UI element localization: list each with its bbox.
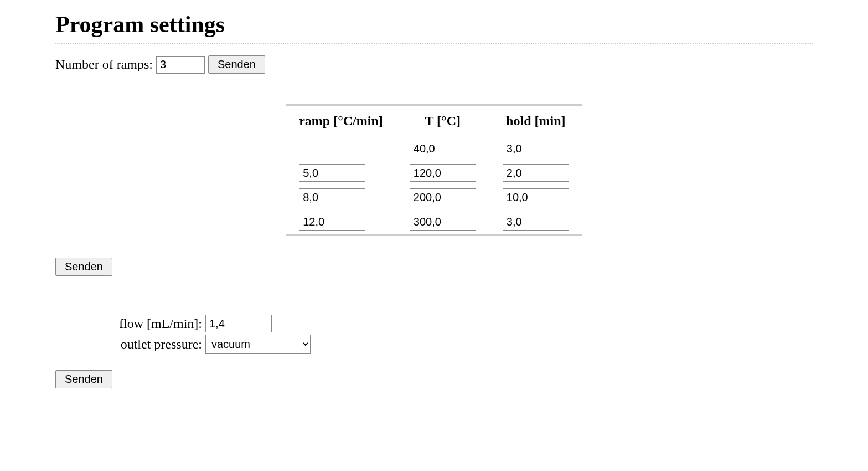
hold-input[interactable] [503,213,569,231]
hold-input[interactable] [503,188,569,206]
ramp-input[interactable] [299,188,365,206]
table-row [286,136,582,161]
table-row [286,185,582,209]
table-body [286,136,582,235]
hold-input[interactable] [503,164,569,182]
ramp-count-input[interactable] [156,56,205,74]
t-input[interactable] [410,188,476,206]
flow-row: flow [mL/min]: [97,315,813,332]
ramps-table: ramp [°C/min] T [°C] hold [min] [286,104,582,235]
ramp-input[interactable] [299,213,365,231]
outlet-label: outlet pressure: [97,337,202,352]
table-row [286,161,582,185]
bottom-section: flow [mL/min]: outlet pressure: vacuum [55,315,813,354]
hold-input[interactable] [503,140,569,157]
table-submit-button[interactable]: Senden [55,258,112,276]
table-row [286,209,582,235]
outlet-pressure-select[interactable]: vacuum [205,335,311,354]
ramps-table-wrapper: ramp [°C/min] T [°C] hold [min] [55,104,813,235]
bottom-submit-button[interactable]: Senden [55,370,112,388]
t-input[interactable] [410,213,476,231]
flow-input[interactable] [205,315,272,332]
ramp-count-row: Number of ramps: Senden [55,55,813,74]
outlet-row: outlet pressure: vacuum [97,335,813,354]
ramp-count-label: Number of ramps: [55,57,153,72]
ramp-count-submit-button[interactable]: Senden [208,55,265,74]
flow-label: flow [mL/min]: [97,316,202,331]
col-header-ramp: ramp [°C/min] [286,105,396,137]
col-header-t: T [°C] [396,105,489,137]
t-input[interactable] [410,164,476,182]
page-title: Program settings [55,11,813,38]
ramp-input[interactable] [299,164,365,182]
t-input[interactable] [410,140,476,157]
table-header-row: ramp [°C/min] T [°C] hold [min] [286,105,582,137]
col-header-hold: hold [min] [489,105,582,137]
divider [55,43,813,44]
